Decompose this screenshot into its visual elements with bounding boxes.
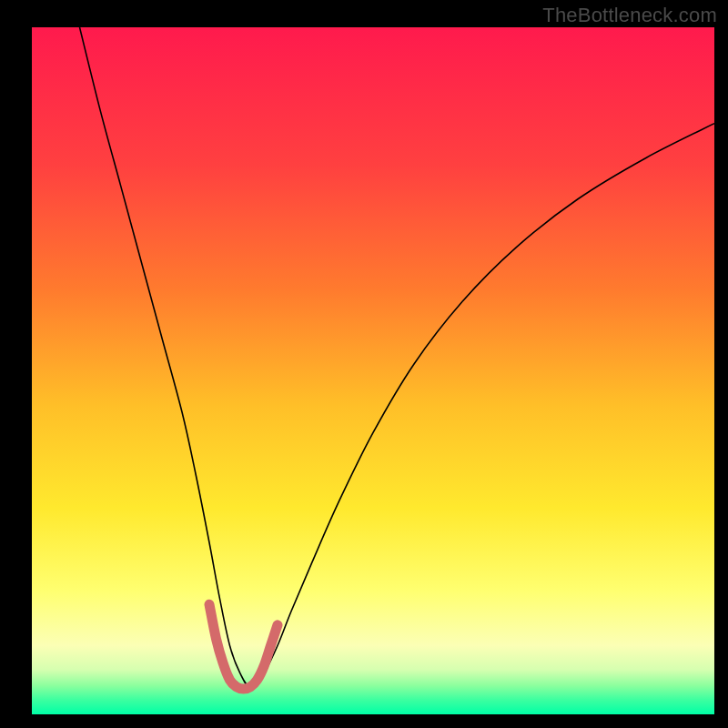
chart-frame: TheBottleneck.com — [0, 0, 728, 728]
plot-svg — [32, 27, 714, 714]
gradient-background — [32, 27, 714, 714]
plot-area — [32, 27, 714, 714]
watermark-text: TheBottleneck.com — [542, 4, 717, 27]
